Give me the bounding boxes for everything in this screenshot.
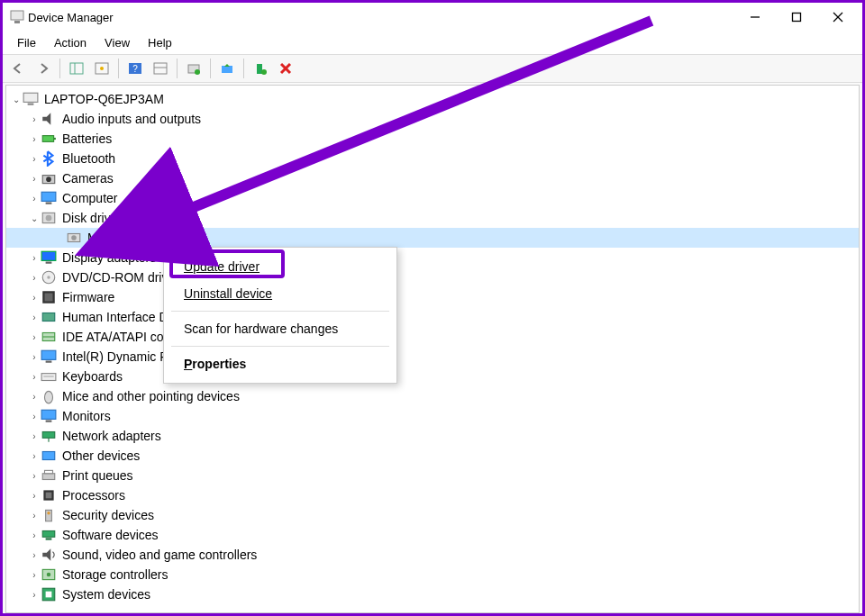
- tree-node[interactable]: ›Firmware: [6, 287, 859, 307]
- tree-node-label: MTFDDAK256TBN: [87, 231, 195, 245]
- svg-rect-12: [154, 63, 167, 74]
- show-hide-console-tree-button[interactable]: [65, 57, 88, 80]
- toolbar-separator: [59, 59, 60, 78]
- chevron-right-icon[interactable]: ›: [28, 491, 41, 501]
- chevron-down-icon[interactable]: ⌄: [10, 95, 23, 104]
- update-driver-button[interactable]: [215, 57, 239, 80]
- svg-rect-6: [70, 63, 83, 74]
- tree-node[interactable]: ›Mice and other pointing devices: [6, 386, 859, 406]
- device-tree[interactable]: ⌄LAPTOP-Q6EJP3AM›Audio inputs and output…: [5, 85, 860, 613]
- tree-node[interactable]: ›Computer: [6, 188, 859, 208]
- properties-button[interactable]: [90, 57, 114, 80]
- maximize-button[interactable]: [776, 3, 817, 32]
- tree-node[interactable]: ›Storage controllers: [6, 565, 859, 584]
- tree-node[interactable]: ›IDE ATA/ATAPI controllers: [6, 327, 859, 347]
- chevron-right-icon[interactable]: ›: [28, 530, 41, 540]
- tree-node[interactable]: ›DVD/CD-ROM drives: [6, 267, 859, 287]
- chevron-right-icon[interactable]: ›: [28, 293, 41, 303]
- tree-node[interactable]: ›Batteries: [6, 129, 859, 149]
- context-uninstall-device[interactable]: Uninstall device: [164, 280, 396, 307]
- context-properties[interactable]: Properties: [164, 350, 396, 377]
- menu-file[interactable]: File: [8, 33, 45, 52]
- svg-rect-42: [41, 350, 56, 359]
- uninstall-button[interactable]: [249, 57, 272, 80]
- toolbar-separator: [210, 59, 211, 78]
- window-title: Device Manager: [24, 11, 734, 24]
- scan-hardware-button[interactable]: [182, 57, 205, 80]
- chevron-right-icon[interactable]: ›: [28, 372, 41, 382]
- tree-node[interactable]: ›Keyboards: [6, 367, 859, 386]
- minimize-button[interactable]: [734, 3, 776, 32]
- tree-node[interactable]: ›Processors: [6, 485, 859, 505]
- tree-node[interactable]: ›Human Interface Devices: [6, 307, 859, 327]
- chevron-down-icon[interactable]: ⌄: [28, 213, 41, 223]
- chevron-right-icon[interactable]: ›: [28, 114, 41, 124]
- chevron-right-icon[interactable]: ›: [28, 392, 41, 402]
- tree-node[interactable]: ›Bluetooth: [6, 149, 859, 168]
- tree-node[interactable]: ›System devices: [6, 584, 859, 604]
- svg-rect-63: [46, 592, 52, 598]
- tree-node[interactable]: ›Security devices: [6, 505, 859, 525]
- window-controls: [734, 3, 859, 32]
- tree-node[interactable]: ›Sound, video and game controllers: [6, 545, 859, 565]
- tree-node[interactable]: ⌄Disk drives: [6, 208, 859, 228]
- svg-point-32: [71, 235, 77, 240]
- tree-node[interactable]: ›Monitors: [6, 406, 859, 426]
- svg-rect-16: [222, 66, 232, 73]
- back-button[interactable]: [6, 57, 30, 80]
- tree-node[interactable]: MTFDDAK256TBN: [6, 228, 859, 248]
- svg-rect-48: [46, 421, 52, 422]
- svg-point-9: [100, 67, 104, 70]
- tree-node[interactable]: ›Software devices: [6, 525, 859, 545]
- chevron-right-icon[interactable]: ›: [28, 431, 41, 441]
- tree-node[interactable]: ›Cameras: [6, 168, 859, 188]
- disable-button[interactable]: [274, 57, 297, 80]
- svg-point-26: [46, 177, 51, 182]
- tree-node-label: Bluetooth: [62, 151, 115, 166]
- chevron-right-icon[interactable]: ›: [28, 550, 41, 560]
- tree-node[interactable]: ›Network adapters: [6, 426, 859, 446]
- chevron-right-icon[interactable]: ›: [28, 352, 41, 362]
- svg-rect-47: [41, 410, 56, 419]
- forward-button[interactable]: [32, 57, 55, 80]
- menu-view[interactable]: View: [96, 33, 139, 52]
- close-button[interactable]: [817, 3, 859, 32]
- svg-point-57: [47, 512, 50, 514]
- app-icon: [10, 10, 24, 24]
- tree-node[interactable]: ›Intel(R) Dynamic Platform and Thermal F…: [6, 347, 859, 367]
- chevron-right-icon[interactable]: ›: [28, 451, 41, 461]
- tree-node[interactable]: ⌄LAPTOP-Q6EJP3AM: [6, 89, 859, 109]
- chevron-right-icon[interactable]: ›: [28, 134, 41, 144]
- chevron-right-icon[interactable]: ›: [28, 471, 41, 481]
- chevron-right-icon[interactable]: ›: [28, 273, 41, 283]
- tree-node[interactable]: ›Audio inputs and outputs: [6, 109, 859, 129]
- svg-rect-3: [793, 14, 801, 22]
- svg-rect-22: [28, 104, 34, 105]
- tree-node-label: Sound, video and game controllers: [62, 548, 257, 562]
- context-scan-hardware[interactable]: Scan for hardware changes: [164, 315, 396, 342]
- chevron-right-icon[interactable]: ›: [28, 174, 41, 184]
- action-pane-button[interactable]: [149, 57, 172, 80]
- chevron-right-icon[interactable]: ›: [28, 511, 41, 521]
- tree-node[interactable]: ›Other devices: [6, 446, 859, 466]
- chevron-right-icon[interactable]: ›: [28, 590, 41, 600]
- context-update-driver[interactable]: Update driver: [164, 253, 396, 280]
- svg-point-30: [46, 215, 52, 222]
- chevron-right-icon[interactable]: ›: [28, 412, 41, 421]
- menu-help[interactable]: Help: [139, 33, 181, 52]
- tree-node-label: Computer: [62, 191, 117, 205]
- help-button[interactable]: ?: [123, 57, 147, 80]
- tree-node[interactable]: ›Print queues: [6, 466, 859, 485]
- chevron-right-icon[interactable]: ›: [28, 332, 41, 342]
- chevron-right-icon[interactable]: ›: [28, 154, 41, 164]
- tree-node-label: Display adapters: [62, 250, 156, 265]
- chevron-right-icon[interactable]: ›: [28, 253, 41, 263]
- chevron-right-icon[interactable]: ›: [28, 194, 41, 204]
- chevron-right-icon[interactable]: ›: [28, 570, 41, 580]
- tree-node-label: Security devices: [62, 508, 154, 522]
- tree-node[interactable]: ›Display adapters: [6, 248, 859, 267]
- tree-node-label: Audio inputs and outputs: [62, 112, 201, 126]
- toolbar-separator: [118, 59, 119, 78]
- chevron-right-icon[interactable]: ›: [28, 313, 41, 322]
- menu-action[interactable]: Action: [45, 33, 96, 52]
